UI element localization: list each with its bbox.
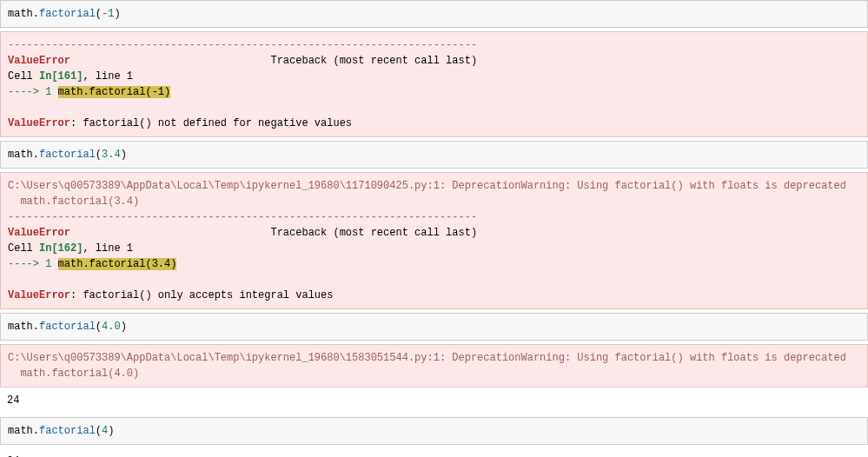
code-token-num: 4 — [102, 425, 108, 437]
error-output[interactable]: ----------------------------------------… — [0, 31, 868, 137]
error-msg-type: ValueError — [8, 289, 70, 301]
code-token-method: factorial — [39, 425, 96, 437]
warning-code: math.factorial(4.0) — [8, 368, 139, 380]
error-highlight: math.factorial(-1) — [58, 86, 171, 98]
in-label: In[161] — [39, 70, 83, 83]
output-cell[interactable]: 24 — [0, 387, 868, 414]
code-token-module: math — [8, 321, 33, 333]
cell-label: Cell — [8, 70, 39, 83]
in-label: In[162] — [39, 242, 83, 255]
line-label: , line 1 — [83, 242, 133, 255]
code-token-num: 3.4 — [102, 149, 121, 161]
traceback-label: Traceback (most recent call last) — [270, 55, 477, 67]
input-cell[interactable]: math.factorial(-1) — [0, 0, 868, 28]
input-cell[interactable]: math.factorial(3.4) — [0, 141, 868, 169]
line-label: , line 1 — [83, 70, 133, 83]
code-token-module: math — [8, 8, 33, 20]
cell-label: Cell — [8, 242, 39, 255]
code-token-num: 1 — [108, 8, 114, 20]
warning-path: C:\Users\q00573389\AppData\Local\Temp\ip… — [8, 180, 846, 192]
output-value: 24 — [7, 394, 19, 407]
code-token-method: factorial — [39, 8, 96, 20]
code-token-num: 4.0 — [102, 321, 121, 333]
code-token-method: factorial — [39, 149, 96, 161]
output-cell[interactable]: 24 — [0, 448, 868, 457]
warning-path: C:\Users\q00573389\AppData\Local\Temp\ip… — [8, 352, 846, 364]
error-msg-type: ValueError — [8, 117, 70, 129]
error-output[interactable]: C:\Users\q00573389\AppData\Local\Temp\ip… — [0, 172, 868, 309]
error-msg-text: : factorial() only accepts integral valu… — [70, 289, 333, 301]
traceback-label: Traceback (most recent call last) — [270, 227, 477, 239]
input-cell[interactable]: math.factorial(4) — [0, 417, 868, 445]
error-highlight: math.factorial(3.4) — [58, 258, 177, 270]
error-arrow: ----> 1 — [8, 86, 58, 98]
code-token-method: factorial — [39, 321, 96, 333]
code-token-module: math — [8, 425, 33, 437]
error-msg-text: : factorial() not defined for negative v… — [70, 117, 352, 129]
input-cell[interactable]: math.factorial(4.0) — [0, 313, 868, 341]
error-type: ValueError — [8, 55, 70, 67]
warning-output[interactable]: C:\Users\q00573389\AppData\Local\Temp\ip… — [0, 344, 868, 387]
error-type: ValueError — [8, 227, 70, 239]
error-dashes: ----------------------------------------… — [8, 211, 477, 223]
error-arrow: ----> 1 — [8, 258, 58, 270]
warning-code: math.factorial(3.4) — [8, 195, 139, 208]
error-dashes: ----------------------------------------… — [8, 39, 477, 51]
code-token-module: math — [8, 149, 33, 161]
